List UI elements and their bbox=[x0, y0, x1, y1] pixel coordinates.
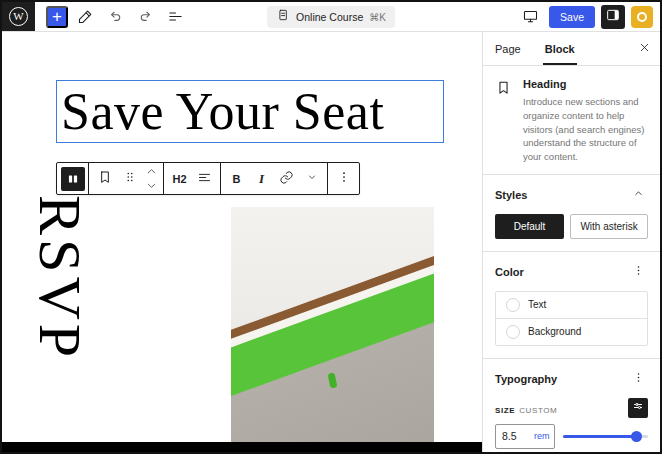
block-card: Heading Introduce new sections and organ… bbox=[483, 66, 660, 174]
style-with-asterisk-button[interactable]: With asterisk bbox=[570, 214, 648, 239]
sliders-icon bbox=[632, 400, 644, 415]
block-card-description: Introduce new sections and organize cont… bbox=[523, 95, 648, 164]
wordpress-editor-window: W + bbox=[0, 0, 662, 454]
toolbar-block-segment bbox=[89, 163, 164, 194]
align-button[interactable] bbox=[192, 164, 217, 193]
list-view-icon bbox=[167, 8, 184, 25]
tab-block[interactable]: Block bbox=[533, 32, 587, 65]
text-color-row[interactable]: Text bbox=[496, 292, 647, 318]
redo-button[interactable] bbox=[132, 4, 158, 30]
document-title: Online Course bbox=[296, 11, 363, 23]
block-type-button[interactable] bbox=[92, 164, 117, 193]
block-options-button[interactable] bbox=[331, 164, 356, 193]
color-title: Color bbox=[495, 266, 524, 278]
editor-canvas: Save Your Seat bbox=[2, 32, 486, 452]
typography-panel-header: Typography bbox=[495, 369, 648, 389]
styles-title: Styles bbox=[495, 189, 527, 201]
plugin-icon bbox=[637, 12, 647, 22]
undo-button[interactable] bbox=[102, 4, 128, 30]
staircase-image-block[interactable] bbox=[231, 207, 434, 447]
style-options: Default With asterisk bbox=[495, 214, 648, 239]
black-section-block[interactable] bbox=[2, 442, 486, 452]
heading-bookmark-icon bbox=[97, 169, 113, 188]
color-options-box: Text Background bbox=[495, 291, 648, 346]
typography-panel: Typography SIZECUSTOM bbox=[483, 358, 660, 452]
move-down-button[interactable] bbox=[142, 179, 160, 194]
color-panel-header: Color bbox=[495, 262, 648, 282]
select-parent-block-button[interactable] bbox=[60, 164, 85, 193]
columns-parent-icon bbox=[61, 167, 85, 191]
link-button[interactable] bbox=[274, 164, 299, 193]
top-bar-left-tools: W + bbox=[2, 2, 188, 31]
size-labels: SIZECUSTOM bbox=[495, 399, 557, 417]
italic-icon: I bbox=[259, 171, 264, 187]
block-card-title: Heading bbox=[523, 78, 648, 90]
tab-page[interactable]: Page bbox=[483, 32, 533, 65]
preview-button[interactable] bbox=[517, 4, 543, 30]
slider-handle[interactable] bbox=[631, 431, 642, 442]
font-size-controls: rem bbox=[495, 424, 648, 449]
wordpress-icon: W bbox=[9, 7, 28, 26]
styles-panel: Styles Default With asterisk bbox=[483, 174, 660, 251]
style-default-button[interactable]: Default bbox=[495, 214, 564, 239]
sidebar-icon bbox=[605, 7, 621, 26]
font-size-unit-select[interactable]: rem bbox=[534, 431, 550, 441]
text-color-label: Text bbox=[528, 299, 546, 310]
text-color-swatch bbox=[506, 298, 520, 312]
top-bar-right-tools: Save bbox=[517, 4, 660, 30]
plugin-button[interactable] bbox=[631, 6, 653, 28]
list-view-button[interactable] bbox=[162, 4, 188, 30]
size-custom-badge: CUSTOM bbox=[519, 406, 557, 415]
settings-sidebar: Page Block Heading Introduce new section… bbox=[482, 32, 660, 452]
block-card-text: Heading Introduce new sections and organ… bbox=[523, 78, 648, 164]
wordpress-logo-button[interactable]: W bbox=[2, 2, 35, 31]
block-inserter-button[interactable]: + bbox=[46, 6, 68, 28]
background-color-swatch bbox=[506, 325, 520, 339]
heading-block[interactable]: Save Your Seat bbox=[56, 80, 444, 143]
settings-sidebar-toggle[interactable] bbox=[601, 5, 625, 29]
font-size-label-row: SIZECUSTOM bbox=[495, 398, 648, 418]
background-color-row[interactable]: Background bbox=[496, 318, 647, 345]
heading-level-label: H2 bbox=[172, 173, 186, 185]
close-sidebar-button[interactable] bbox=[628, 32, 660, 65]
toolbar-options-segment bbox=[328, 163, 359, 194]
drag-dots-icon bbox=[123, 170, 137, 187]
color-options-menu-button[interactable] bbox=[628, 262, 648, 282]
styles-collapse-button[interactable] bbox=[628, 185, 648, 205]
desktop-icon bbox=[522, 8, 539, 25]
editor-top-bar: W + bbox=[2, 2, 660, 32]
close-icon bbox=[638, 41, 651, 57]
align-left-icon bbox=[197, 170, 212, 188]
typography-options-menu-button[interactable] bbox=[628, 369, 648, 389]
drag-handle[interactable] bbox=[117, 164, 142, 193]
font-size-slider[interactable] bbox=[563, 426, 648, 446]
size-label: SIZE bbox=[495, 406, 515, 415]
italic-button[interactable]: I bbox=[249, 164, 274, 193]
styles-panel-header: Styles bbox=[495, 185, 648, 205]
heading-level-button[interactable]: H2 bbox=[167, 164, 192, 193]
font-size-input[interactable] bbox=[502, 430, 530, 442]
more-formats-button[interactable] bbox=[299, 164, 324, 193]
block-toolbar: H2 B I bbox=[56, 162, 360, 195]
page-icon bbox=[276, 8, 290, 26]
sidebar-header: Page Block bbox=[483, 32, 660, 66]
chevron-down-icon bbox=[306, 171, 318, 186]
command-palette-shortcut: ⌘K bbox=[369, 12, 386, 23]
save-button[interactable]: Save bbox=[549, 6, 595, 28]
link-icon bbox=[279, 170, 294, 188]
typography-title: Typography bbox=[495, 373, 557, 385]
size-presets-toggle-button[interactable] bbox=[628, 398, 648, 418]
redo-icon bbox=[137, 8, 154, 25]
vertical-heading-block[interactable]: RSVP bbox=[30, 195, 90, 361]
ellipsis-vertical-icon bbox=[632, 264, 645, 280]
background-color-label: Background bbox=[528, 326, 581, 337]
font-size-field: rem bbox=[495, 424, 555, 449]
edit-tool-button[interactable] bbox=[72, 4, 98, 30]
toolbar-format-segment: B I bbox=[221, 163, 328, 194]
move-up-button[interactable] bbox=[142, 164, 160, 179]
document-title-button[interactable]: Online Course ⌘K bbox=[267, 6, 395, 28]
color-panel: Color Text Background bbox=[483, 251, 660, 358]
toolbar-parent-segment bbox=[57, 163, 89, 194]
toolbar-heading-segment: H2 bbox=[164, 163, 221, 194]
bold-button[interactable]: B bbox=[224, 164, 249, 193]
